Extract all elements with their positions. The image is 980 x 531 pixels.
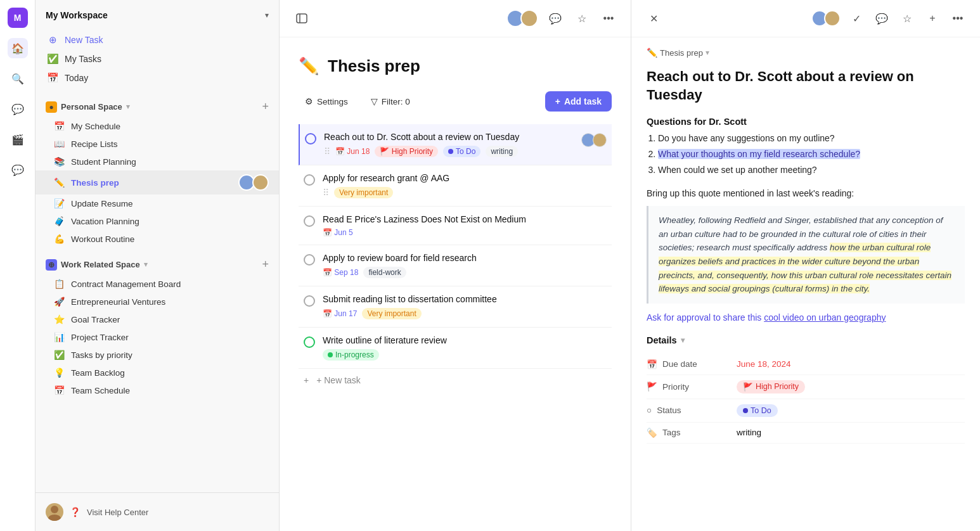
contract-icon: 📋	[53, 279, 65, 289]
sidebar-item-entrepreneurial[interactable]: 🚀 Entrepreneurial Ventures	[35, 293, 279, 310]
table-row[interactable]: Apply for research grant @ AAG ⠿ Very im…	[299, 165, 612, 207]
chat-icon[interactable]: 💬	[8, 160, 28, 180]
personal-space-title: Personal Space	[61, 102, 122, 112]
task-title: Apply for research grant @ AAG	[323, 173, 607, 183]
sidebar-item-recipe-lists[interactable]: 📖 Recipe Lists	[35, 135, 279, 153]
comment-icon[interactable]: 💬	[546, 9, 565, 28]
due-date-label: 📅 Due date	[647, 359, 729, 369]
details-toggle[interactable]: Details ▾	[647, 335, 965, 345]
filter-button[interactable]: ▽ Filter: 0	[364, 93, 416, 110]
personal-space-add-icon[interactable]: +	[262, 100, 269, 113]
sidebar-item-label: Tasks by priority	[71, 350, 269, 360]
main-header: 💬 ☆ •••	[280, 0, 631, 37]
workspace-header[interactable]: My Workspace ▾	[35, 0, 279, 28]
sidebar-item-vacation-planning[interactable]: 🧳 Vacation Planning	[35, 212, 279, 230]
sidebar-item-project-tracker[interactable]: 📊 Project Tracker	[35, 328, 279, 346]
table-row[interactable]: Reach out to Dr. Scott about a review on…	[299, 124, 612, 165]
settings-button[interactable]: ⚙ Settings	[299, 93, 354, 110]
circle-icon: ○	[647, 406, 652, 415]
home-icon[interactable]: 🏠	[8, 38, 28, 58]
table-row[interactable]: Read E Price's Laziness Does Not Exist o…	[299, 207, 612, 245]
close-panel-button[interactable]: ✕	[644, 9, 663, 28]
high-priority-tag: 🚩 High Priority	[375, 146, 438, 157]
nav-my-tasks[interactable]: ✅ My Tasks	[41, 49, 274, 68]
sidebar-item-my-schedule[interactable]: 📅 My Schedule	[35, 117, 279, 135]
detail-check-icon[interactable]: ✓	[847, 9, 866, 28]
nav-new-task[interactable]: ⊕ New Task	[41, 30, 274, 49]
detail-add-icon[interactable]: +	[923, 9, 942, 28]
detail-more-icon[interactable]: •••	[948, 9, 967, 28]
sidebar-item-thesis-prep[interactable]: ✏️ Thesis prep	[35, 170, 279, 195]
task-title: Submit reading list to dissertation comm…	[323, 294, 607, 304]
filter-label: Filter: 0	[382, 97, 410, 106]
star-icon[interactable]: ☆	[572, 9, 591, 28]
todo-status-tag: To Do	[443, 146, 480, 157]
task-title: Write outline of literature review	[323, 335, 607, 345]
task-meta: 📅 Sep 18 field-work	[323, 267, 607, 278]
spaces-icon[interactable]: 🎬	[8, 129, 28, 150]
task-checkbox[interactable]	[304, 254, 315, 266]
table-row[interactable]: Submit reading list to dissertation comm…	[299, 286, 612, 328]
link-text-paragraph: Ask for approval to share this cool vide…	[647, 312, 965, 323]
task-checkbox[interactable]	[304, 295, 315, 307]
detail-comment-icon[interactable]: 💬	[872, 9, 891, 28]
sidebar-item-workout-routine[interactable]: 💪 Workout Routine	[35, 230, 279, 248]
detail-collaborators-avatar	[811, 10, 841, 27]
sidebar-item-label: Vacation Planning	[71, 217, 269, 226]
add-task-button[interactable]: + Add task	[545, 91, 612, 112]
sidebar-item-team-backlog[interactable]: 💡 Team Backlog	[35, 364, 279, 381]
search-icon[interactable]: 🔍	[8, 68, 28, 89]
today-icon: 📅	[47, 72, 58, 84]
sidebar-item-label: Student Planning	[71, 157, 269, 167]
new-task-icon: ⊕	[47, 34, 58, 46]
collapse-sidebar-btn[interactable]	[292, 9, 311, 28]
my-schedule-icon: 📅	[53, 121, 65, 131]
visit-help-center[interactable]: ❓ Visit Help Center	[35, 492, 279, 531]
task-checkbox[interactable]	[304, 215, 315, 227]
task-checkbox[interactable]	[305, 133, 316, 144]
flag-small-icon: 🚩	[743, 382, 753, 392]
breadcrumb-icon: ✏️	[647, 48, 657, 58]
sidebar-item-label: Thesis prep	[71, 178, 232, 188]
work-space-header[interactable]: ⊕ Work Related Space ▾ +	[35, 254, 279, 275]
personal-space-header[interactable]: ● Personal Space ▾ +	[35, 96, 279, 117]
student-icon: 📚	[53, 157, 65, 167]
work-space-add-icon[interactable]: +	[262, 258, 269, 271]
goal-icon: ⭐	[53, 314, 65, 324]
list-item: When could we set up another meeting?	[658, 163, 965, 177]
project-icon: 📊	[53, 332, 65, 342]
sidebar-item-contract[interactable]: 📋 Contract Management Board	[35, 275, 279, 293]
list-item: What your thoughts on my field research …	[658, 148, 965, 161]
nav-today[interactable]: 📅 Today	[41, 68, 274, 87]
sidebar-item-update-resume[interactable]: 📝 Update Resume	[35, 195, 279, 212]
detail-row-priority: 🚩 Priority 🚩 High Priority	[647, 375, 965, 399]
task-checkbox[interactable]	[304, 336, 315, 348]
table-row[interactable]: Apply to review board for field research…	[299, 245, 612, 286]
sidebar-item-student-planning[interactable]: 📚 Student Planning	[35, 153, 279, 170]
task-date: 📅 Jun 17	[323, 309, 357, 318]
quote-text: Wheatley, following Redfield and Singer,…	[659, 214, 955, 296]
new-task-row[interactable]: + + New task	[299, 369, 612, 392]
task-avatar	[581, 133, 607, 147]
task-body: Write outline of literature review In-pr…	[323, 335, 607, 361]
entrepreneurial-icon: 🚀	[53, 297, 65, 307]
sidebar-item-tasks-by-priority[interactable]: ✅ Tasks by priority	[35, 346, 279, 364]
breadcrumb[interactable]: ✏️ Thesis prep ▾	[631, 37, 980, 63]
more-options-icon[interactable]: •••	[599, 9, 618, 28]
inbox-icon[interactable]: 💬	[8, 99, 28, 119]
task-title: Reach out to Dr. Scott about a review on…	[324, 132, 574, 142]
task-checkbox[interactable]	[304, 174, 315, 186]
bring-up-text: Bring up this quote mentioned in last we…	[647, 188, 965, 198]
workspace-avatar-icon[interactable]: M	[8, 8, 28, 28]
detail-star-icon[interactable]: ☆	[898, 9, 917, 28]
sidebar-item-team-schedule[interactable]: 📅 Team Schedule	[35, 381, 279, 399]
sidebar-item-goal-tracker[interactable]: ⭐ Goal Tracker	[35, 310, 279, 328]
urban-geography-link[interactable]: cool video on urban geography	[764, 312, 886, 323]
due-date-value: June 18, 2024	[737, 359, 791, 369]
tags-label-text: Tags	[662, 428, 681, 437]
dot-icon	[743, 408, 748, 413]
status-label: ○ Status	[647, 406, 729, 415]
tags-value: writing	[737, 428, 761, 437]
table-row[interactable]: Write outline of literature review In-pr…	[299, 328, 612, 369]
detail-row-status: ○ Status To Do	[647, 399, 965, 423]
